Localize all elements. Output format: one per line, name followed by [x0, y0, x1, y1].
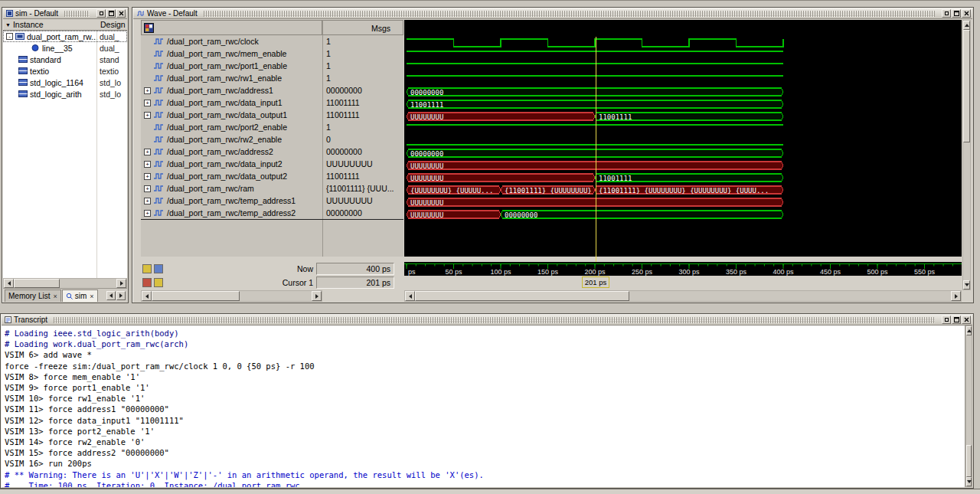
expand-icon[interactable]: + [144, 161, 151, 168]
wave-data_output1[interactable]: UUUUUUUU11001111 [407, 113, 783, 121]
transcript-console[interactable]: # Loading ieee.std_logic_arith(body)# Lo… [2, 326, 965, 487]
wave-data_input2[interactable]: UUUUUUUU [407, 162, 783, 170]
scroll-up-icon[interactable] [966, 326, 972, 335]
scroll-thumb[interactable] [963, 30, 970, 142]
wave-ram[interactable]: {UUUUUUUU} {UUUUU...{11001111} {UUUUUUUU… [407, 186, 783, 195]
wave-titlebar-handle[interactable] [204, 11, 935, 17]
expand-icon[interactable]: + [144, 185, 151, 192]
wave-data_output2[interactable]: UUUUUUUU11001111 [407, 174, 783, 182]
sim-column-headers[interactable]: ▼ Instance Design [3, 19, 127, 31]
expand-icon[interactable]: + [144, 149, 151, 155]
signal-mem_enable[interactable]: /dual_port_ram_rwc/mem_enable [141, 47, 322, 60]
timeline-options-icon[interactable] [154, 264, 163, 273]
expand-icon[interactable]: + [144, 112, 151, 119]
wave-toolbar-icon[interactable] [144, 23, 154, 33]
sort-icon[interactable]: ▼ [5, 22, 11, 28]
tree-item-dual-port-ram-rw-[interactable]: -dual_port_ram_rw...dual_ [3, 31, 127, 42]
signal-temp_address1[interactable]: +/dual_port_ram_rwc/temp_address1 [141, 195, 322, 207]
timeline-axis[interactable]: ps50 ps100 ps150 ps200 ps250 ps300 ps350… [404, 262, 962, 276]
signal-value-address1[interactable]: 00000000 [323, 84, 403, 97]
names-horizontal-scrollbar[interactable] [141, 290, 322, 302]
tree-item-std-logic-1164[interactable]: std_logic_1164std_lo [3, 77, 127, 88]
scroll-left-icon[interactable] [405, 291, 415, 301]
expand-icon[interactable]: + [144, 100, 151, 106]
signal-column-header[interactable] [141, 20, 322, 35]
tree-item-std-logic-arith[interactable]: std_logic_arithstd_lo [3, 88, 127, 100]
wave-temp_address1[interactable]: UUUUUUUU [407, 198, 783, 207]
signal-value-data_output2[interactable]: 11001111 [323, 170, 403, 182]
signal-value-ram[interactable]: {11001111} {UUU... [323, 182, 403, 195]
signal-clock[interactable]: /dual_port_ram_rwc/clock [141, 35, 322, 47]
signal-temp_address2[interactable]: +/dual_port_ram_rwc/temp_address2 [141, 207, 322, 219]
scroll-right-icon[interactable] [951, 291, 961, 301]
undock-icon[interactable] [96, 9, 106, 18]
wave-vertical-scrollbar[interactable] [962, 20, 971, 290]
scroll-down-icon[interactable] [963, 280, 970, 290]
signal-value-rw1_enable[interactable]: 1 [323, 72, 403, 84]
expand-icon[interactable]: + [144, 173, 151, 180]
scroll-right-icon[interactable] [312, 291, 322, 301]
add-cursor-icon[interactable] [142, 264, 152, 273]
wave-address2[interactable]: 00000000 [407, 149, 783, 158]
expand-icon[interactable]: + [144, 210, 151, 217]
instance-column-header[interactable]: Instance [13, 20, 44, 29]
sim-horizontal-scrollbar[interactable] [3, 278, 127, 289]
wave-address1[interactable]: 00000000 [407, 88, 783, 97]
scroll-thumb[interactable] [415, 291, 629, 301]
delete-cursor-icon[interactable] [142, 278, 152, 287]
transcript-vertical-scrollbar[interactable] [965, 326, 972, 487]
signal-value-temp_address2[interactable]: 00000000 [323, 207, 403, 219]
signal-port1_enable[interactable]: /dual_port_ram_rwc/port1_enable [141, 60, 322, 72]
scroll-right-icon[interactable] [116, 279, 126, 288]
scroll-up-icon[interactable] [963, 21, 970, 30]
signal-rw1_enable[interactable]: /dual_port_ram_rwc/rw1_enable [141, 72, 322, 84]
expand-icon[interactable]: + [144, 87, 151, 94]
signal-value-data_input1[interactable]: 11001111 [323, 97, 403, 109]
close-icon[interactable]: × [53, 293, 57, 300]
scroll-left-icon[interactable] [4, 279, 14, 288]
values-column-header[interactable]: Msgs [322, 20, 403, 35]
scroll-thumb[interactable] [152, 291, 240, 301]
signal-value-temp_address1[interactable]: UUUUUUUU [323, 195, 403, 207]
signal-value-mem_enable[interactable]: 1 [323, 47, 403, 60]
signal-value-data_output1[interactable]: 11001111 [323, 109, 403, 121]
undock-icon[interactable] [942, 9, 951, 18]
signal-port2_enable[interactable]: /dual_port_ram_rwc/port2_enable [141, 121, 322, 133]
signal-rw2_enable[interactable]: /dual_port_ram_rwc/rw2_enable [141, 133, 322, 146]
signal-value-address2[interactable]: 00000000 [323, 146, 403, 158]
signal-data_output2[interactable]: +/dual_port_ram_rwc/data_output2 [141, 170, 322, 182]
undock-icon[interactable] [942, 316, 951, 324]
close-icon[interactable]: × [90, 293, 93, 300]
collapse-icon[interactable]: - [6, 33, 13, 40]
signal-address1[interactable]: +/dual_port_ram_rwc/address1 [141, 84, 322, 97]
design-column-header[interactable]: Design [100, 20, 128, 29]
tab-sim[interactable]: sim× [62, 290, 98, 302]
close-icon[interactable] [962, 9, 971, 18]
wave-data_input1[interactable]: 11001111 [407, 100, 783, 109]
close-icon[interactable] [962, 316, 971, 324]
tab-scroll-left-icon[interactable] [106, 291, 116, 300]
wave-clock[interactable] [407, 39, 783, 47]
close-icon[interactable] [116, 9, 126, 18]
signal-value-clock[interactable]: 1 [323, 35, 403, 47]
signal-value-rw2_enable[interactable]: 0 [323, 133, 403, 146]
cursor-label[interactable]: Cursor 1 [247, 278, 313, 287]
scroll-left-icon[interactable] [142, 291, 152, 301]
wave-temp_address2[interactable]: UUUUUUUU00000000 [407, 211, 783, 219]
lock-cursor-icon[interactable] [154, 278, 163, 287]
column-divider[interactable] [96, 31, 97, 278]
sim-titlebar[interactable]: sim - Default [3, 8, 127, 19]
scroll-thumb[interactable] [14, 279, 60, 288]
waveform-canvas[interactable]: 0000000011001111UUUUUUUU1100111100000000… [404, 20, 962, 257]
signal-value-port2_enable[interactable]: 1 [323, 121, 403, 133]
signal-data_output1[interactable]: +/dual_port_ram_rwc/data_output1 [141, 109, 322, 121]
maximize-icon[interactable] [106, 9, 116, 18]
wave-cursor-line[interactable] [596, 37, 596, 276]
signal-ram[interactable]: +/dual_port_ram_rwc/ram [141, 182, 322, 195]
signal-value-port1_enable[interactable]: 1 [323, 60, 403, 72]
cursor-time-badge[interactable]: 201 ps [582, 276, 609, 288]
wave-horizontal-scrollbar[interactable] [404, 290, 962, 302]
tree-item-standard[interactable]: standardstand [3, 54, 127, 65]
maximize-icon[interactable] [952, 9, 961, 18]
signal-address2[interactable]: +/dual_port_ram_rwc/address2 [141, 146, 322, 158]
